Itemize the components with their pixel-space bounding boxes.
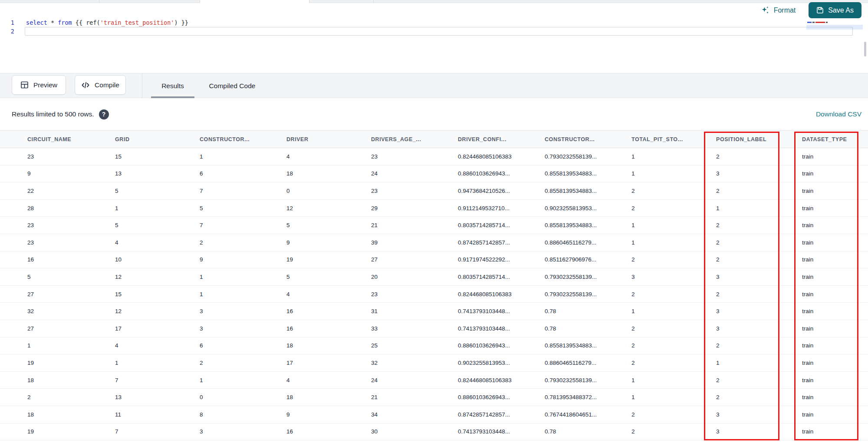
- compile-button[interactable]: Compile: [75, 75, 126, 95]
- table-cell: train: [796, 182, 868, 200]
- table-cell: 5: [193, 199, 280, 217]
- table-cell: train: [796, 234, 868, 251]
- table-cell: 0.7413793103448...: [451, 303, 538, 320]
- table-cell: 0.8860103626943...: [451, 337, 538, 354]
- table-cell: 5: [108, 217, 193, 234]
- table-cell: 1: [625, 389, 710, 406]
- table-cell: 2: [710, 251, 796, 268]
- table-row: 271514230.8244680851063830.7930232558139…: [0, 285, 868, 303]
- code-line[interactable]: [25, 27, 853, 36]
- table-cell: 1: [193, 148, 280, 165]
- tab-results[interactable]: Results: [151, 73, 194, 98]
- table-cell: 0.8742857142857...: [451, 406, 538, 423]
- table-cell: 24: [365, 165, 451, 182]
- results-table-area: CIRCUIT_NAMEGRIDCONSTRUCTOR...DRIVERDRIV…: [0, 130, 868, 443]
- download-csv-link[interactable]: Download CSV: [816, 110, 861, 118]
- table-cell: 32: [365, 354, 451, 372]
- table-cell: 0.7413793103448...: [451, 320, 538, 337]
- table-cell: 2: [625, 423, 710, 440]
- table-row: 1610919270.9171974522292...0.85116279069…: [0, 251, 868, 268]
- table-row: 197316300.7413793103448...0.7823train: [0, 423, 868, 440]
- table-cell: 28: [0, 199, 108, 217]
- table-cell: 9: [193, 251, 280, 268]
- table-cell: 23: [365, 182, 451, 200]
- column-header[interactable]: CONSTRUCTOR...: [193, 131, 280, 148]
- table-cell: 1: [625, 165, 710, 182]
- column-header[interactable]: GRID: [108, 131, 193, 148]
- table-row: 23429390.8742857142857...0.8860465116279…: [0, 234, 868, 251]
- table-row: 191217320.9023255813953...0.886046511627…: [0, 354, 868, 372]
- table-cell: 0.7930232558139...: [538, 371, 625, 389]
- table-row: 51215200.8035714285714...0.7930232558139…: [0, 268, 868, 286]
- table-cell: 5: [108, 182, 193, 200]
- table-cell: 2: [710, 337, 796, 354]
- table-cell: 2: [625, 182, 710, 200]
- editor-scrollbar[interactable]: [864, 42, 866, 56]
- table-cell: 0.824468085106383: [451, 148, 538, 165]
- table-cell: 2: [710, 371, 796, 389]
- table-cell: 2: [710, 217, 796, 234]
- column-header[interactable]: CONSTRUCTOR...: [538, 131, 625, 148]
- table-row: 23575210.8035714285714...0.8558139534883…: [0, 217, 868, 234]
- table-cell: 1: [625, 234, 710, 251]
- table-icon: [20, 81, 29, 89]
- tab-compiled-code[interactable]: Compiled Code: [200, 73, 265, 98]
- table-cell: train: [796, 285, 868, 303]
- column-header[interactable]: DATASET_TYPE: [796, 131, 868, 148]
- table-cell: 17: [280, 354, 365, 372]
- table-cell: 0.7930232558139...: [538, 148, 625, 165]
- column-header[interactable]: CIRCUIT_NAME: [0, 131, 108, 148]
- table-cell: 39: [365, 234, 451, 251]
- table-cell: 0.8742857142857...: [451, 234, 538, 251]
- table-cell: 2: [625, 285, 710, 303]
- preview-button[interactable]: Preview: [12, 75, 66, 95]
- save-as-button[interactable]: Save As: [809, 2, 861, 18]
- table-cell: 19: [280, 251, 365, 268]
- column-header[interactable]: DRIVERS_AGE_...: [365, 131, 451, 148]
- table-cell: 18: [280, 389, 365, 406]
- table-cell: 16: [0, 251, 108, 268]
- help-icon[interactable]: ?: [99, 109, 109, 119]
- table-cell: 2: [710, 182, 796, 200]
- table-cell: 13: [108, 165, 193, 182]
- column-header[interactable]: DRIVER_CONFI...: [451, 131, 538, 148]
- column-header[interactable]: TOTAL_PIT_STO...: [625, 131, 710, 148]
- table-cell: 17: [108, 320, 193, 337]
- column-header[interactable]: POSITION_LABEL: [710, 131, 796, 148]
- table-cell: 0.78: [538, 423, 625, 440]
- table-row: 181189340.8742857142857...0.767441860465…: [0, 406, 868, 423]
- minimap-code-line: [807, 22, 828, 23]
- code-line[interactable]: select * from {{ ref('train_test_positio…: [25, 18, 853, 27]
- table-cell: 27: [0, 285, 108, 303]
- minimap[interactable]: [806, 21, 863, 32]
- code-icon: [81, 81, 90, 89]
- column-header[interactable]: DRIVER: [280, 131, 365, 148]
- toolbar-divider: [142, 73, 142, 98]
- table-cell: 5: [0, 268, 108, 286]
- table-cell: 2: [625, 199, 710, 217]
- active-file-tab[interactable]: [200, 0, 309, 3]
- save-as-label: Save As: [828, 7, 854, 14]
- table-cell: 23: [0, 234, 108, 251]
- table-cell: 4: [280, 148, 365, 165]
- code-lines[interactable]: select * from {{ ref('train_test_positio…: [25, 18, 853, 36]
- table-cell: 2: [193, 234, 280, 251]
- table-cell: 12: [280, 199, 365, 217]
- table-cell: 34: [365, 406, 451, 423]
- table-cell: 16: [280, 423, 365, 440]
- table-cell: 4: [280, 371, 365, 389]
- table-cell: 15: [108, 148, 193, 165]
- table-cell: 3: [710, 423, 796, 440]
- table-cell: 1: [0, 337, 108, 354]
- action-bar: Preview Compile Results Compiled Code: [0, 73, 868, 98]
- result-tabs: Results Compiled Code: [151, 73, 265, 98]
- table-cell: 18: [280, 337, 365, 354]
- table-cell: 0.8558139534883...: [538, 337, 625, 354]
- editor-toolbar: Format Save As: [761, 2, 861, 18]
- table-cell: train: [796, 423, 868, 440]
- table-cell: 0.8511627906976...: [538, 251, 625, 268]
- table-row: 3212316310.7413793103448...0.7813train: [0, 303, 868, 320]
- format-button[interactable]: Format: [761, 6, 796, 15]
- table-cell: train: [796, 371, 868, 389]
- table-cell: 0.7813953488372...: [538, 389, 625, 406]
